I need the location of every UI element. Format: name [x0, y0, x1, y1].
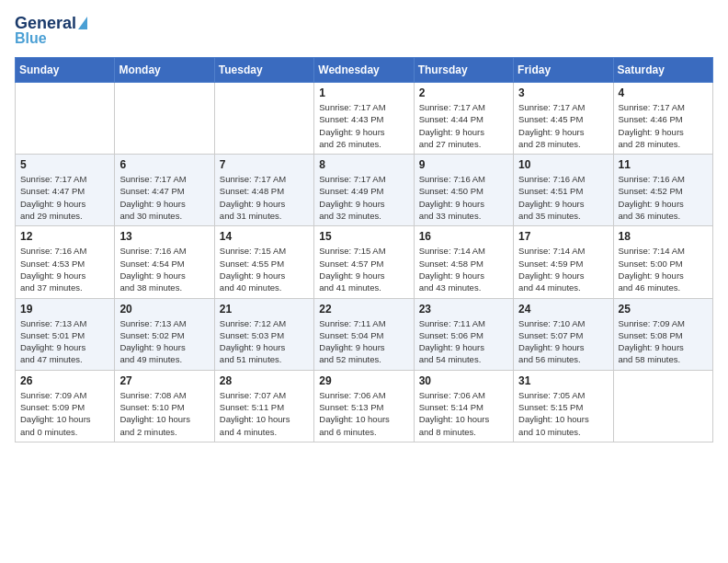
weekday-header-friday: Friday [514, 58, 613, 83]
day-info: Sunrise: 7:05 AM Sunset: 5:15 PM Dayligh… [518, 389, 608, 438]
logo: General Blue [15, 15, 87, 46]
day-info: Sunrise: 7:11 AM Sunset: 5:04 PM Dayligh… [319, 317, 408, 366]
day-info: Sunrise: 7:07 AM Sunset: 5:11 PM Dayligh… [220, 389, 309, 438]
day-number: 16 [419, 230, 508, 243]
day-number: 6 [119, 158, 209, 171]
calendar-cell: 4Sunrise: 7:17 AM Sunset: 4:46 PM Daylig… [613, 83, 712, 155]
logo-blue: Blue [15, 31, 47, 46]
weekday-header-tuesday: Tuesday [214, 58, 313, 83]
calendar-cell: 9Sunrise: 7:16 AM Sunset: 4:50 PM Daylig… [414, 155, 513, 226]
weekday-header-row: SundayMondayTuesdayWednesdayThursdayFrid… [16, 58, 713, 83]
calendar-cell: 19Sunrise: 7:13 AM Sunset: 5:01 PM Dayli… [16, 298, 115, 370]
day-info: Sunrise: 7:16 AM Sunset: 4:52 PM Dayligh… [619, 173, 708, 222]
calendar-cell: 7Sunrise: 7:17 AM Sunset: 4:48 PM Daylig… [214, 155, 313, 226]
calendar-cell: 20Sunrise: 7:13 AM Sunset: 5:02 PM Dayli… [115, 298, 214, 370]
day-info: Sunrise: 7:17 AM Sunset: 4:47 PM Dayligh… [20, 173, 109, 222]
day-info: Sunrise: 7:15 AM Sunset: 4:55 PM Dayligh… [220, 245, 309, 293]
day-number: 29 [319, 374, 408, 387]
calendar-cell: 10Sunrise: 7:16 AM Sunset: 4:51 PM Dayli… [514, 155, 613, 226]
calendar-cell: 12Sunrise: 7:16 AM Sunset: 4:53 PM Dayli… [16, 226, 115, 298]
calendar-week-row: 1Sunrise: 7:17 AM Sunset: 4:43 PM Daylig… [16, 83, 713, 155]
page-header: General Blue [15, 15, 713, 46]
calendar-cell: 15Sunrise: 7:15 AM Sunset: 4:57 PM Dayli… [314, 226, 414, 298]
day-info: Sunrise: 7:17 AM Sunset: 4:47 PM Dayligh… [119, 173, 209, 222]
day-info: Sunrise: 7:12 AM Sunset: 5:03 PM Dayligh… [220, 317, 309, 366]
day-info: Sunrise: 7:17 AM Sunset: 4:45 PM Dayligh… [518, 101, 608, 150]
day-number: 4 [619, 86, 708, 99]
logo-text: General [15, 15, 76, 31]
day-info: Sunrise: 7:16 AM Sunset: 4:51 PM Dayligh… [518, 173, 608, 222]
weekday-header-monday: Monday [115, 58, 214, 83]
day-number: 9 [419, 158, 508, 171]
calendar-cell: 24Sunrise: 7:10 AM Sunset: 5:07 PM Dayli… [514, 298, 613, 370]
day-number: 5 [20, 158, 109, 171]
calendar-cell: 6Sunrise: 7:17 AM Sunset: 4:47 PM Daylig… [115, 155, 214, 226]
day-info: Sunrise: 7:13 AM Sunset: 5:01 PM Dayligh… [20, 317, 109, 366]
calendar-cell: 23Sunrise: 7:11 AM Sunset: 5:06 PM Dayli… [414, 298, 513, 370]
calendar-cell [214, 83, 313, 155]
calendar-cell: 31Sunrise: 7:05 AM Sunset: 5:15 PM Dayli… [514, 370, 613, 442]
day-info: Sunrise: 7:14 AM Sunset: 5:00 PM Dayligh… [619, 245, 708, 293]
day-number: 25 [619, 303, 708, 316]
day-number: 24 [518, 303, 608, 316]
day-info: Sunrise: 7:16 AM Sunset: 4:50 PM Dayligh… [419, 173, 508, 222]
calendar-cell: 11Sunrise: 7:16 AM Sunset: 4:52 PM Dayli… [613, 155, 712, 226]
weekday-header-sunday: Sunday [16, 58, 115, 83]
calendar-cell: 28Sunrise: 7:07 AM Sunset: 5:11 PM Dayli… [214, 370, 313, 442]
logo-triangle-icon [78, 17, 87, 29]
day-info: Sunrise: 7:10 AM Sunset: 5:07 PM Dayligh… [518, 317, 608, 366]
calendar-cell: 30Sunrise: 7:06 AM Sunset: 5:14 PM Dayli… [414, 370, 513, 442]
day-number: 22 [319, 303, 408, 316]
weekday-header-saturday: Saturday [613, 58, 712, 83]
day-info: Sunrise: 7:17 AM Sunset: 4:49 PM Dayligh… [319, 173, 408, 222]
day-info: Sunrise: 7:15 AM Sunset: 4:57 PM Dayligh… [319, 245, 408, 293]
day-number: 8 [319, 158, 408, 171]
day-number: 18 [619, 230, 708, 243]
calendar-cell: 8Sunrise: 7:17 AM Sunset: 4:49 PM Daylig… [314, 155, 414, 226]
day-info: Sunrise: 7:14 AM Sunset: 4:58 PM Dayligh… [419, 245, 508, 293]
calendar-cell: 29Sunrise: 7:06 AM Sunset: 5:13 PM Dayli… [314, 370, 414, 442]
day-info: Sunrise: 7:17 AM Sunset: 4:48 PM Dayligh… [220, 173, 309, 222]
calendar-cell: 1Sunrise: 7:17 AM Sunset: 4:43 PM Daylig… [314, 83, 414, 155]
weekday-header-thursday: Thursday [414, 58, 513, 83]
calendar-cell: 26Sunrise: 7:09 AM Sunset: 5:09 PM Dayli… [16, 370, 115, 442]
day-number: 14 [220, 230, 309, 243]
day-number: 20 [119, 303, 209, 316]
calendar-week-row: 12Sunrise: 7:16 AM Sunset: 4:53 PM Dayli… [16, 226, 713, 298]
day-info: Sunrise: 7:09 AM Sunset: 5:09 PM Dayligh… [20, 389, 109, 438]
calendar-cell: 3Sunrise: 7:17 AM Sunset: 4:45 PM Daylig… [514, 83, 613, 155]
day-number: 19 [20, 303, 109, 316]
calendar-cell: 22Sunrise: 7:11 AM Sunset: 5:04 PM Dayli… [314, 298, 414, 370]
day-number: 11 [619, 158, 708, 171]
day-info: Sunrise: 7:08 AM Sunset: 5:10 PM Dayligh… [119, 389, 209, 438]
calendar-cell [613, 370, 712, 442]
day-number: 15 [319, 230, 408, 243]
calendar-cell: 16Sunrise: 7:14 AM Sunset: 4:58 PM Dayli… [414, 226, 513, 298]
day-info: Sunrise: 7:13 AM Sunset: 5:02 PM Dayligh… [119, 317, 209, 366]
calendar-cell [16, 83, 115, 155]
day-info: Sunrise: 7:14 AM Sunset: 4:59 PM Dayligh… [518, 245, 608, 293]
calendar-cell: 13Sunrise: 7:16 AM Sunset: 4:54 PM Dayli… [115, 226, 214, 298]
day-number: 13 [119, 230, 209, 243]
calendar-cell: 14Sunrise: 7:15 AM Sunset: 4:55 PM Dayli… [214, 226, 313, 298]
day-number: 10 [518, 158, 608, 171]
calendar-week-row: 5Sunrise: 7:17 AM Sunset: 4:47 PM Daylig… [16, 155, 713, 226]
calendar-cell: 17Sunrise: 7:14 AM Sunset: 4:59 PM Dayli… [514, 226, 613, 298]
calendar-cell: 27Sunrise: 7:08 AM Sunset: 5:10 PM Dayli… [115, 370, 214, 442]
calendar-cell [115, 83, 214, 155]
day-number: 12 [20, 230, 109, 243]
day-info: Sunrise: 7:11 AM Sunset: 5:06 PM Dayligh… [419, 317, 508, 366]
calendar-cell: 18Sunrise: 7:14 AM Sunset: 5:00 PM Dayli… [613, 226, 712, 298]
day-info: Sunrise: 7:06 AM Sunset: 5:14 PM Dayligh… [419, 389, 508, 438]
day-number: 17 [518, 230, 608, 243]
day-info: Sunrise: 7:17 AM Sunset: 4:46 PM Dayligh… [619, 101, 708, 150]
day-number: 26 [20, 374, 109, 387]
day-number: 21 [220, 303, 309, 316]
day-number: 1 [319, 86, 408, 99]
calendar-cell: 25Sunrise: 7:09 AM Sunset: 5:08 PM Dayli… [613, 298, 712, 370]
calendar-table: SundayMondayTuesdayWednesdayThursdayFrid… [15, 57, 713, 442]
day-info: Sunrise: 7:06 AM Sunset: 5:13 PM Dayligh… [319, 389, 408, 438]
day-info: Sunrise: 7:17 AM Sunset: 4:44 PM Dayligh… [419, 101, 508, 150]
day-number: 28 [220, 374, 309, 387]
day-info: Sunrise: 7:16 AM Sunset: 4:54 PM Dayligh… [119, 245, 209, 293]
